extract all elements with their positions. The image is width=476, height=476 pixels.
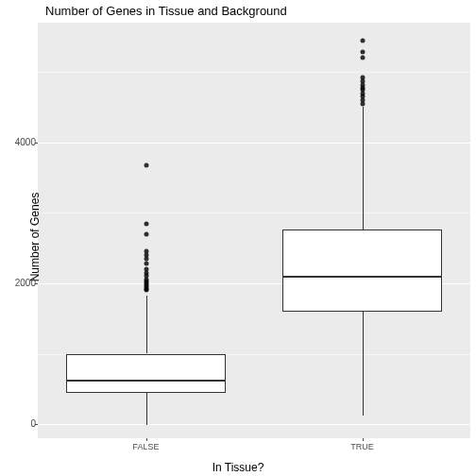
y-tick [35, 143, 38, 144]
y-axis-label: Number of Genes [28, 193, 42, 282]
outlier-point [144, 249, 148, 254]
y-tick-label: 2000 [2, 278, 36, 288]
whisker-lower [146, 393, 147, 425]
outlier-point [144, 262, 148, 266]
outlier-point [360, 76, 365, 80]
whisker-upper [363, 107, 364, 229]
gridline [38, 424, 470, 425]
y-tick-label: 0 [2, 418, 36, 429]
chart-title: Number of Genes in Tissue and Background [45, 4, 287, 18]
outlier-point [144, 267, 148, 272]
median-line [282, 276, 442, 278]
x-tick-label: TRUE [350, 442, 374, 451]
plot-panel [38, 23, 470, 438]
x-tick-label: FALSE [132, 442, 159, 451]
box [66, 354, 226, 393]
outlier-point [144, 221, 148, 226]
whisker-upper [146, 296, 147, 353]
median-line [66, 380, 226, 382]
outlier-point [360, 50, 365, 55]
y-tick-label: 4000 [2, 137, 36, 147]
gridline-minor [38, 72, 470, 73]
whisker-lower [363, 312, 364, 416]
gridline-minor [38, 212, 470, 213]
x-tick [363, 438, 364, 441]
outlier-point [144, 231, 148, 236]
y-tick [35, 424, 38, 425]
box [282, 230, 442, 312]
gridline [38, 143, 470, 144]
y-tick [35, 283, 38, 284]
outlier-point [360, 38, 365, 42]
outlier-point [360, 56, 365, 60]
outlier-point [144, 162, 148, 167]
x-tick [146, 438, 147, 441]
x-axis-label: In Tissue? [212, 461, 264, 474]
